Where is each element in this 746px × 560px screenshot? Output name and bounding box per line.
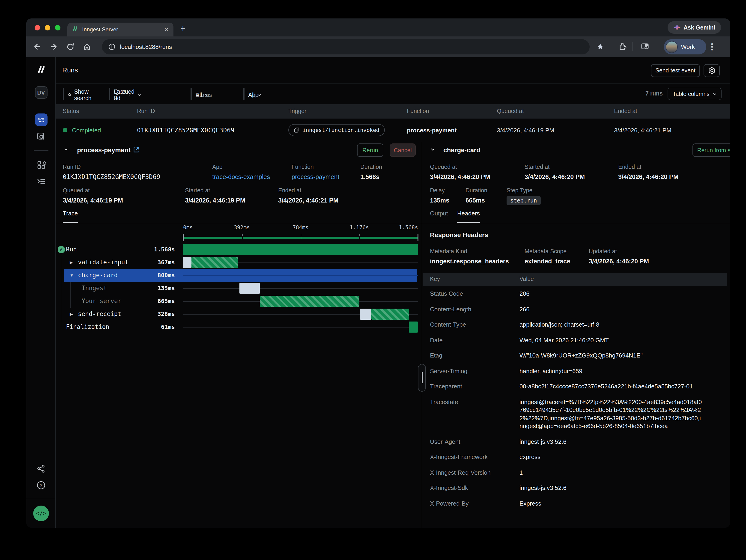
tab-close-icon[interactable]: ✕ (164, 27, 169, 32)
trace-row-run[interactable]: ✓Run1.568s (56, 243, 419, 256)
sidebar: DV (26, 57, 56, 528)
header-value: inngest-js:v3.52.6 (519, 434, 704, 449)
time-filter[interactable]: Queued at Last 3d (109, 88, 110, 100)
tab-title: Inngest Server (82, 26, 160, 33)
trace-step-duration: 800ms (125, 269, 175, 282)
expand-arrow-icon[interactable]: ▶ (70, 256, 73, 269)
forward-icon[interactable] (49, 41, 59, 52)
run-pane-header: process-payment Rerun Cancel (56, 142, 422, 160)
field-app: App trace-docs-examples (212, 164, 270, 181)
trigger-pill[interactable]: inngest/function.invoked (288, 124, 385, 136)
tab-output[interactable]: Output (430, 210, 448, 223)
external-link-icon[interactable] (133, 147, 139, 153)
rerun-button[interactable]: Rerun (357, 144, 383, 157)
new-tab-button[interactable]: + (180, 24, 185, 34)
trace-step-name: Inngest (82, 282, 107, 295)
trace-row-charge-card[interactable]: ▼charge-card800ms (56, 269, 419, 282)
tab-headers[interactable]: Headers (457, 210, 480, 223)
trace-row-your-server[interactable]: Your server665ms (56, 295, 419, 308)
trace-row-validate-input[interactable]: ▶validate-input367ms (56, 256, 419, 269)
value-column-header: Value (519, 273, 534, 286)
header-row-tracestate: Tracestateinngest@traceref=%7B%22tp%22%3… (423, 394, 727, 434)
header-key: Traceparent (423, 379, 519, 394)
tab-trace[interactable]: Trace (63, 210, 78, 223)
table-columns-button[interactable]: Table columns (667, 88, 721, 100)
header-key: Etag (423, 348, 519, 363)
sidebar-item-runs[interactable] (26, 114, 56, 126)
collapse-chevron-icon[interactable] (64, 148, 68, 151)
time-range-select[interactable]: Last 3d (109, 89, 136, 100)
trace-connector-line (61, 256, 61, 327)
rerun-from-step-button[interactable]: Rerun from step (692, 144, 730, 157)
browser-menu-icon[interactable]: ••• (711, 42, 713, 51)
header-value: 266 (519, 301, 704, 317)
header-key: Server-Timing (423, 363, 519, 379)
window-close-button[interactable] (35, 25, 40, 30)
workspace-badge[interactable]: DV (26, 86, 56, 99)
svg-text:?: ? (40, 482, 43, 488)
trace-bar-hatch (260, 296, 360, 307)
browser-profile-button[interactable]: Work (664, 39, 706, 54)
sidebar-item-functions[interactable] (26, 177, 56, 186)
sidebar-item-help[interactable]: ? (26, 481, 56, 490)
collapse-arrow-icon[interactable]: ▼ (70, 269, 74, 282)
apps-icon (36, 160, 46, 170)
send-test-event-button[interactable]: Send test event (651, 64, 700, 77)
field-step-ended-at: Ended at 3/4/2026, 4:46:20 PM (618, 164, 679, 181)
header-key: X-Inngest-Framework (423, 449, 519, 465)
app-link[interactable]: trace-docs-examples (212, 173, 270, 180)
browser-tab[interactable]: Inngest Server ✕ (67, 23, 173, 36)
collapse-chevron-icon[interactable] (431, 148, 435, 151)
side-panel-search-icon[interactable] (640, 41, 650, 52)
sidebar-item-events[interactable] (26, 131, 56, 142)
reload-icon[interactable] (65, 41, 75, 52)
sidebar-separator (34, 150, 49, 151)
trace-axis-tick: 0ms (183, 224, 193, 231)
extensions-icon[interactable] (617, 41, 627, 52)
status-filter-select[interactable]: All (191, 89, 213, 100)
expand-arrow-icon[interactable]: ▶ (70, 308, 73, 321)
settings-button[interactable] (704, 64, 720, 77)
header-key: Status Code (423, 286, 519, 301)
trace-row-send-receipt[interactable]: ▶send-receipt328ms (56, 308, 419, 321)
step-tab-divider (422, 223, 730, 223)
page-title: Runs (62, 66, 78, 74)
site-info-icon[interactable] (108, 43, 115, 50)
back-icon[interactable] (32, 41, 42, 52)
app-filter[interactable]: App All (243, 88, 245, 100)
headers-table: Status Code206Content-Length266Content-T… (423, 286, 727, 511)
sidebar-item-share[interactable] (26, 464, 56, 473)
table-row[interactable]: Completed 01KJXD1TQCZ852GMEX0CQF3D69 inn… (56, 119, 730, 142)
header-row-content-length: Content-Length266 (423, 301, 727, 317)
field-delay: Delay 135ms (430, 187, 449, 204)
trace-step-duration: 135ms (125, 282, 175, 295)
app-filter-select[interactable]: All (243, 89, 266, 100)
rerun-label: Rerun (363, 147, 378, 153)
status-filter-value: All (196, 92, 202, 98)
queued-at-cell: 3/4/2026, 4:46:19 PM (497, 119, 554, 142)
bookmark-star-icon[interactable] (595, 41, 605, 52)
column-header-trigger: Trigger (288, 104, 306, 119)
url-bar[interactable]: localhost:8288/runs (102, 39, 590, 54)
header-value: handler, action;dur=659 (519, 363, 704, 379)
home-icon[interactable] (82, 41, 92, 52)
trace-bar-solid (409, 322, 418, 332)
header-row-content-type: Content-Typeapplication/json; charset=ut… (423, 317, 727, 332)
sidebar-item-apps[interactable] (26, 160, 56, 170)
trace-row-finalization[interactable]: Finalization61ms (56, 321, 419, 333)
field-metadata-kind: Metadata Kind inngest.response_headers (430, 248, 509, 265)
header-key: User-Agent (423, 434, 519, 449)
ask-gemini-button[interactable]: Ask Gemini (667, 21, 721, 34)
ask-gemini-label: Ask Gemini (684, 24, 715, 31)
trace-row-inngest[interactable]: Inngest135ms (56, 282, 419, 295)
status-filter[interactable]: Status All (191, 88, 192, 100)
cancel-button[interactable]: Cancel (390, 144, 416, 157)
trace-minimap[interactable] (183, 234, 418, 241)
dev-tools-button[interactable]: </> (26, 506, 56, 521)
window-minimize-button[interactable] (45, 25, 50, 30)
show-search-button[interactable]: Show search (63, 88, 64, 100)
header-value: inngest-js:v3.52.6 (519, 480, 704, 496)
window-zoom-button[interactable] (55, 25, 60, 30)
function-link[interactable]: process-payment (292, 173, 339, 180)
column-header-status: Status (63, 104, 79, 119)
